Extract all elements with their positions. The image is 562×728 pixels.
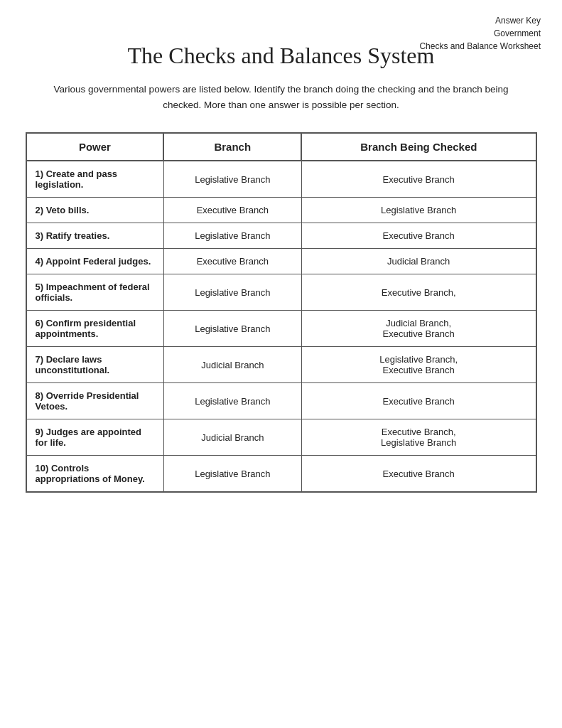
checks-balances-table: Power Branch Branch Being Checked 1) Cre… (26, 132, 537, 493)
power-cell: 3) Ratify treaties. (26, 223, 164, 249)
table-row: 2) Veto bills.Executive BranchLegislativ… (26, 198, 536, 223)
table-row: 6) Confirm presidential appointments.Leg… (26, 311, 536, 347)
power-cell: 7) Declare laws unconstitutional. (26, 347, 164, 383)
branch-checked-cell: Legislative Branch (301, 198, 536, 223)
header-branch: Branch (163, 133, 301, 161)
branch-cell: Executive Branch (163, 198, 301, 223)
branch-checked-cell: Executive Branch (301, 161, 536, 198)
branch-checked-cell: Judicial Branch,Executive Branch (301, 311, 536, 347)
power-cell: 5) Impeachment of federal officials. (26, 274, 164, 311)
power-cell: 6) Confirm presidential appointments. (26, 311, 164, 347)
power-cell: 9) Judges are appointed for life. (26, 419, 164, 456)
answer-key-line2: Government (494, 28, 541, 38)
branch-cell: Legislative Branch (163, 161, 301, 198)
header-power: Power (26, 133, 164, 161)
power-cell: 10) Controls appropriations of Money. (26, 456, 164, 493)
table-row: 7) Declare laws unconstitutional.Judicia… (26, 347, 536, 383)
power-cell: 4) Appoint Federal judges. (26, 249, 164, 274)
branch-checked-cell: Executive Branch,Legislative Branch (301, 419, 536, 456)
power-cell: 8) Override Presidential Vetoes. (26, 383, 164, 419)
table-row: 4) Appoint Federal judges.Executive Bran… (26, 249, 536, 274)
table-header-row: Power Branch Branch Being Checked (26, 133, 536, 161)
branch-cell: Judicial Branch (163, 347, 301, 383)
page-subtitle: Various governmental powers are listed b… (50, 82, 512, 112)
branch-cell: Legislative Branch (163, 223, 301, 249)
table-row: 9) Judges are appointed for life.Judicia… (26, 419, 536, 456)
branch-checked-cell: Executive Branch (301, 456, 536, 493)
answer-key-header: Answer Key Government Checks and Balance… (419, 14, 541, 53)
table-row: 5) Impeachment of federal officials.Legi… (26, 274, 536, 311)
branch-checked-cell: Legislative Branch,Executive Branch (301, 347, 536, 383)
branch-checked-cell: Executive Branch (301, 383, 536, 419)
branch-checked-cell: Executive Branch, (301, 274, 536, 311)
table-row: 10) Controls appropriations of Money.Leg… (26, 456, 536, 493)
branch-cell: Legislative Branch (163, 456, 301, 493)
power-cell: 2) Veto bills. (26, 198, 164, 223)
checks-balances-table-wrapper: Power Branch Branch Being Checked 1) Cre… (26, 132, 537, 493)
branch-checked-cell: Judicial Branch (301, 249, 536, 274)
branch-cell: Judicial Branch (163, 419, 301, 456)
header-branch-checked: Branch Being Checked (301, 133, 536, 161)
branch-cell: Legislative Branch (163, 274, 301, 311)
branch-cell: Legislative Branch (163, 383, 301, 419)
power-cell: 1) Create and pass legislation. (26, 161, 164, 198)
answer-key-line3: Checks and Balance Worksheet (419, 41, 541, 51)
branch-cell: Executive Branch (163, 249, 301, 274)
answer-key-line1: Answer Key (495, 16, 541, 26)
table-row: 3) Ratify treaties.Legislative BranchExe… (26, 223, 536, 249)
branch-cell: Legislative Branch (163, 311, 301, 347)
table-row: 8) Override Presidential Vetoes.Legislat… (26, 383, 536, 419)
branch-checked-cell: Executive Branch (301, 223, 536, 249)
table-row: 1) Create and pass legislation.Legislati… (26, 161, 536, 198)
